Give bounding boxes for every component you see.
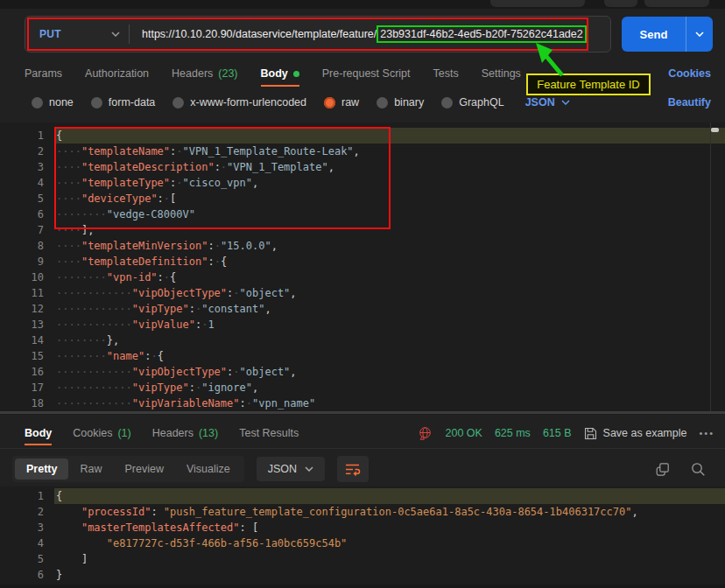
line-number: 3 [0, 520, 56, 536]
send-button[interactable]: Send [622, 17, 713, 52]
response-meta: 200 OK 625 ms 615 B Save as example ••• [418, 426, 714, 441]
code-line[interactable]: 18············"vipVariableName":·"vpn_na… [0, 396, 725, 411]
tab-settings[interactable]: Settings [482, 58, 521, 89]
tab-label: Headers [172, 67, 213, 80]
code-line[interactable]: 13············"vipValue":·1 [0, 317, 725, 332]
beautify-link[interactable]: Beautify [668, 96, 711, 108]
tab-label: Settings [482, 67, 521, 80]
wrap-lines-icon [345, 463, 361, 476]
body-mode-none[interactable]: none [32, 96, 74, 108]
response-size[interactable]: 615 B [543, 427, 572, 439]
response-toolbar: PrettyRawPreviewVisualize JSON [12, 453, 713, 485]
tab-params[interactable]: Params [25, 58, 62, 89]
tab-authorization[interactable]: Authorization [85, 58, 149, 89]
code-line[interactable]: 6········"vedge-C8000V" [0, 206, 725, 222]
code-text: ····], [56, 222, 94, 238]
code-text: "processId": "push_feature_template_conf… [56, 504, 638, 520]
view-tab-pretty[interactable]: Pretty [15, 458, 68, 480]
save-as-example-label: Save as example [603, 427, 687, 439]
mode-label: none [49, 96, 74, 108]
url-input[interactable]: https://10.10.20.90/dataservice/template… [142, 28, 587, 40]
radio-icon [172, 97, 184, 108]
save-icon [584, 427, 597, 440]
code-line[interactable]: 2····"templateName":·"VPN_1_Template_Rou… [0, 144, 725, 159]
radio-icon [377, 97, 388, 108]
body-mode-form-data[interactable]: form-data [91, 96, 156, 108]
code-line[interactable]: 17············"vipType":·"ignore", [0, 380, 725, 396]
response-time[interactable]: 625 ms [495, 427, 531, 439]
code-line[interactable]: 7····], [0, 222, 725, 238]
code-text: "masterTemplatesAffected": [ [56, 520, 258, 536]
save-as-example-button[interactable]: Save as example [584, 427, 687, 440]
code-line[interactable]: 1{ [0, 488, 725, 504]
response-tab-test-results[interactable]: Test Results [239, 418, 299, 448]
radio-icon [441, 97, 453, 108]
body-format-dropdown[interactable]: JSON [525, 96, 570, 108]
cookies-link[interactable]: Cookies [668, 67, 711, 80]
editor-horizontal-scrollbar[interactable] [0, 411, 725, 414]
body-mode-raw[interactable]: raw [324, 96, 359, 108]
code-line[interactable]: 8····"templateMinVersion":·"15.0.0", [0, 238, 725, 254]
tab-count-badge: (1) [117, 427, 130, 439]
body-format-label: JSON [525, 96, 555, 108]
copy-icon[interactable] [655, 462, 670, 477]
line-number: 4 [0, 536, 56, 551]
status-badge[interactable]: 200 OK [445, 427, 482, 439]
tab-pre-request-script[interactable]: Pre-request Script [322, 58, 411, 89]
tab-body[interactable]: Body [261, 58, 299, 89]
line-number: 12 [0, 301, 56, 317]
code-text: ············"vipType":·"ignore", [56, 380, 258, 396]
window-bottom-strip [0, 584, 725, 588]
line-number: 10 [0, 270, 56, 285]
annotation-arrow-icon [522, 40, 583, 79]
code-line[interactable]: 10········"vpn-id":·{ [0, 270, 725, 285]
view-tab-raw[interactable]: Raw [68, 458, 113, 480]
code-line[interactable]: 11············"vipObjectType":·"object", [0, 285, 725, 301]
code-line[interactable]: 5····"deviceType":·[ [0, 191, 725, 206]
method-selector[interactable]: PUT [29, 28, 129, 40]
tab-tests[interactable]: Tests [433, 58, 459, 89]
code-line[interactable]: 3 "masterTemplatesAffected": [ [0, 520, 725, 536]
code-line[interactable]: 6} [0, 567, 725, 583]
response-tab-cookies[interactable]: Cookies(1) [73, 418, 130, 448]
response-tab-body[interactable]: Body [25, 418, 52, 448]
code-text: ····"templateName":·"VPN_1_Template_Rout… [56, 144, 360, 159]
send-options-button[interactable] [686, 17, 713, 52]
code-line[interactable]: 2 "processId": "push_feature_template_co… [0, 504, 725, 520]
mode-label: raw [341, 96, 359, 108]
code-text: ········"vpn-id":·{ [56, 270, 176, 285]
body-mode-x-www-form-urlencoded[interactable]: x-www-form-urlencoded [172, 96, 306, 108]
request-body-editor[interactable]: 1{2····"templateName":·"VPN_1_Template_R… [0, 122, 725, 415]
code-line[interactable]: 4 "e817727c-d53f-466b-af56-1a0bc659c54b" [0, 536, 725, 551]
tab-label: Body [25, 427, 52, 439]
code-text: ····"templateMinVersion":·"15.0.0", [56, 238, 278, 254]
response-format-dropdown[interactable]: JSON [257, 457, 325, 481]
view-tab-visualize[interactable]: Visualize [175, 458, 242, 480]
code-line[interactable]: 12············"vipType":·"constant", [0, 301, 725, 317]
code-line[interactable]: 1{ [0, 128, 725, 144]
code-line[interactable]: 15········"name":·{ [0, 348, 725, 364]
tab-label: Headers [152, 427, 194, 439]
chevron-down-icon [305, 466, 313, 472]
code-line[interactable]: 16············"vipObjectType":·"object", [0, 364, 725, 380]
more-options-icon[interactable]: ••• [699, 428, 714, 438]
code-line[interactable]: 4····"templateType":·"cisco_vpn", [0, 175, 725, 191]
tab-headers[interactable]: Headers(23) [172, 58, 237, 89]
body-mode-binary[interactable]: binary [377, 96, 424, 108]
code-line[interactable]: 5 ] [0, 551, 725, 567]
code-line[interactable]: 14········}, [0, 332, 725, 348]
cutoff-ui-fragment [490, 0, 585, 7]
request-url-row: PUT https://10.10.20.90/dataservice/temp… [25, 15, 713, 53]
editor-scrollbar-thumb[interactable] [711, 128, 719, 132]
code-line[interactable]: 3····"templateDescription":·"VPN_1_Templ… [0, 159, 725, 175]
search-icon[interactable] [691, 462, 706, 477]
code-text: ············"vipType":·"constant", [56, 301, 271, 317]
view-tab-preview[interactable]: Preview [113, 458, 174, 480]
wrap-lines-button[interactable] [337, 456, 369, 482]
ssl-warning-globe-icon[interactable] [418, 426, 433, 441]
body-mode-graphql[interactable]: GraphQL [441, 96, 503, 108]
response-body-editor[interactable]: 1{2 "processId": "push_feature_template_… [0, 486, 725, 584]
response-tab-headers[interactable]: Headers(13) [152, 418, 218, 448]
code-text: ····"deviceType":·[ [56, 191, 176, 206]
code-line[interactable]: 9····"templateDefinition":·{ [0, 254, 725, 270]
